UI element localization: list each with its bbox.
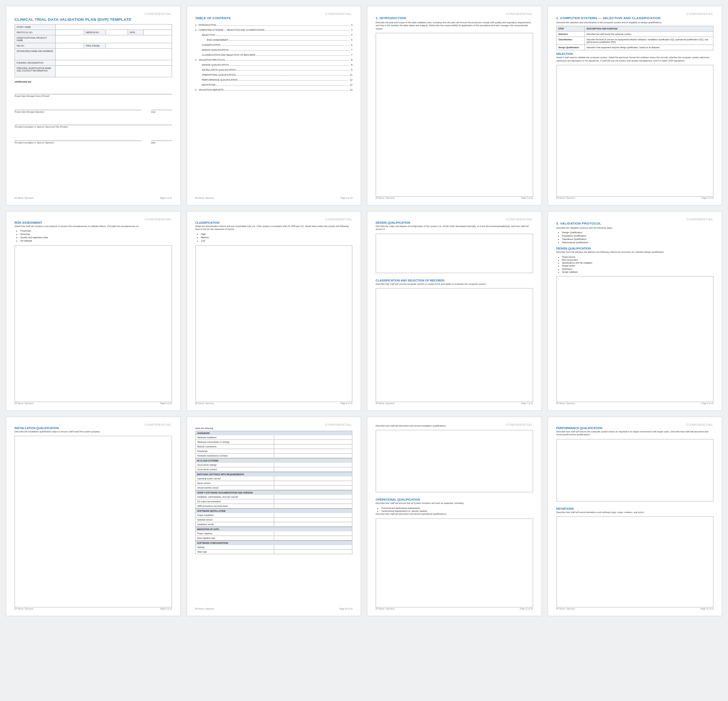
toc-entry: CLASSIFICATION AND SELECTION OF RECORDS7 bbox=[195, 54, 353, 56]
confidential-label: CONFIDENTIAL bbox=[686, 12, 713, 16]
verify-row: Virtual-machine version bbox=[195, 486, 353, 490]
verify-row: Hardware maintenance contracts bbox=[195, 454, 353, 458]
text-input-box[interactable] bbox=[556, 65, 714, 197]
verify-row: Proper migration bbox=[195, 531, 353, 536]
steps-table: STEPDESCRIPTION AND PURPOSESelectionDesc… bbox=[556, 26, 714, 50]
page-footer: [PI Name / Sponsor]Page 12 of 13 bbox=[556, 607, 714, 610]
confidential-label: CONFIDENTIAL bbox=[325, 217, 352, 221]
confidential-label: CONFIDENTIAL bbox=[686, 217, 713, 221]
text-input-box[interactable] bbox=[376, 518, 533, 607]
page-footer: [PI Name / Sponsor]Page 3 of 13 bbox=[376, 197, 533, 199]
verify-row: Peripherals bbox=[195, 449, 353, 454]
verify-group-header: MATCHING SETTINGS WITH REQUIREMENTS bbox=[195, 472, 353, 476]
verify-row: Operating system version bbox=[195, 476, 353, 481]
confidential-label: CONFIDENTIAL bbox=[145, 217, 172, 221]
page-8: CONFIDENTIAL3. VALIDATION PROTOCOLDescri… bbox=[548, 211, 723, 411]
validation-protocol-heading: 3. VALIDATION PROTOCOL bbox=[556, 222, 714, 225]
study-info-table: STUDY NAMEPROTOCOL NO.VERSION NO.DATEINV… bbox=[15, 24, 172, 77]
confidential-label: CONFIDENTIAL bbox=[145, 423, 172, 427]
page-10: CONFIDENTIALVerify the following:HARDWAR… bbox=[187, 417, 362, 616]
page-footer: [PI Name / Sponsor]Page 10 of 13 bbox=[195, 607, 353, 610]
verify-row: Cloud server contract bbox=[195, 467, 353, 472]
page-footer: [PI Name / Sponsor]Page 8 of 13 bbox=[556, 402, 714, 405]
text-input-box[interactable] bbox=[376, 33, 533, 197]
toc-entry: 3.VALIDATION PROTOCOL8 bbox=[195, 59, 353, 61]
doc-title: CLINICAL TRIAL DATA VALIDATION PLAN (DVP… bbox=[15, 17, 172, 22]
toc-entry: DEVIATIONS12 bbox=[195, 84, 353, 86]
toc-entry: INSTALLATION QUALIFICATION9 bbox=[195, 69, 353, 71]
page-footer: [PI Name / Sponsor]Page 1 of 13 bbox=[15, 197, 172, 199]
toc-entry: RISK ASSESSMENT5 bbox=[195, 39, 353, 41]
toc-entry: PERFORMANCE QUALIFICATION12 bbox=[195, 79, 353, 81]
verify-group-header: SOFTWARE INSTALLATION bbox=[195, 508, 353, 513]
text-input-box[interactable] bbox=[15, 436, 172, 607]
verify-row: Data migration logs bbox=[195, 536, 353, 541]
toc-entry: SELECTION4 bbox=[195, 34, 353, 36]
page-footer: [PI Name / Sponsor]Page 5 of 13 bbox=[15, 402, 172, 405]
installation-qualification-heading: INSTALLATION QUALIFICATION bbox=[15, 427, 172, 429]
section-computer-systems: 2. COMPUTER SYSTEMS — SELECTION AND CLAS… bbox=[556, 16, 714, 20]
page-footer: [PI Name / Sponsor]Page 2 of 13 bbox=[195, 197, 353, 199]
verify-group-header: MIGRATION OF DATA bbox=[195, 527, 353, 531]
confidential-label: CONFIDENTIAL bbox=[506, 12, 533, 16]
verify-group-header: VERIFY SOFTWARE DOCUMENTATION AND VERSIO… bbox=[195, 490, 353, 495]
approved-by-label: APPROVED BY: bbox=[15, 81, 172, 83]
confidential-label: CONFIDENTIAL bbox=[506, 423, 533, 427]
confidential-label: CONFIDENTIAL bbox=[506, 217, 533, 221]
verify-row: Cloud server settings bbox=[195, 463, 353, 467]
text-input-box[interactable] bbox=[376, 288, 533, 402]
text-input-box[interactable] bbox=[556, 276, 714, 402]
toc-entry: OPERATIONAL QUALIFICATION11 bbox=[195, 74, 353, 76]
design-qualification-heading: DESIGN QUALIFICATION bbox=[376, 221, 533, 224]
toc-entry: 4.VALIDATION REPORTS13 bbox=[195, 89, 353, 91]
page-4: CONFIDENTIAL2. COMPUTER SYSTEMS — SELECT… bbox=[548, 6, 723, 205]
text-input-box[interactable] bbox=[376, 430, 533, 492]
operational-qualification-heading: OPERATIONAL QUALIFICATION bbox=[376, 498, 533, 501]
verify-group-header: HARDWARE bbox=[195, 431, 353, 435]
design-qualification-heading: DESIGN QUALIFICATION bbox=[556, 247, 714, 250]
page-7: CONFIDENTIALDESIGN QUALIFICATIONDescribe… bbox=[367, 211, 542, 411]
confidential-label: CONFIDENTIAL bbox=[325, 423, 352, 427]
section-introduction: 1. INTRODUCTION bbox=[376, 16, 533, 20]
page-5: CONFIDENTIALRISK ASSESSMENTDetail how st… bbox=[6, 211, 181, 411]
classification-records-heading: CLASSIFICATION AND SELECTION OF RECORDS bbox=[376, 279, 533, 282]
classification-heading: CLASSIFICATION bbox=[195, 221, 353, 224]
page-footer: [PI Name / Sponsor]Page 4 of 13 bbox=[556, 197, 714, 199]
verify-group-header: SOFTWARE CONFIGURATION bbox=[195, 541, 353, 545]
text-input-box[interactable] bbox=[195, 245, 353, 402]
toc-entry: 2.COMPUTER SYSTEMS — SELECTION AND CLASS… bbox=[195, 29, 353, 31]
selection-heading: SELECTION bbox=[556, 52, 714, 55]
toc-entry: 1.INTRODUCTION3 bbox=[195, 24, 353, 26]
deviations-heading: DEVIATIONS bbox=[556, 507, 714, 510]
verify-row: Software version bbox=[195, 518, 353, 522]
text-input-box[interactable] bbox=[556, 516, 714, 607]
text-input-box[interactable] bbox=[376, 234, 533, 273]
toc-entry: CLASSIFICATION6 bbox=[195, 44, 353, 46]
text-input-box[interactable] bbox=[15, 245, 172, 402]
verify-row: QMS procedures and instructions bbox=[195, 504, 353, 508]
page-footer: [PI Name / Sponsor]Page 6 of 13 bbox=[195, 402, 353, 405]
risk-assessment-heading: RISK ASSESSMENT bbox=[15, 221, 172, 224]
verify-row: Server version bbox=[195, 481, 353, 486]
text-input-box[interactable] bbox=[556, 439, 714, 501]
verify-row: Settings bbox=[195, 545, 353, 550]
page-2: CONFIDENTIALTABLE OF CONTENTS1.INTRODUCT… bbox=[187, 6, 362, 205]
page-footer: [PI Name / Sponsor]Page 11 of 13 bbox=[376, 607, 533, 610]
page-3: CONFIDENTIAL1. INTRODUCTIONDescribe the … bbox=[367, 6, 542, 205]
verify-row: DQ output documentation bbox=[195, 499, 353, 504]
verify-group-header: IN CLOUD SYSTEMS bbox=[195, 458, 353, 463]
page-6: CONFIDENTIALCLASSIFICATIONDetail the cla… bbox=[187, 211, 362, 411]
page-9: CONFIDENTIALINSTALLATION QUALIFICATIONDe… bbox=[6, 417, 181, 616]
toc-title: TABLE OF CONTENTS bbox=[195, 16, 353, 20]
page-12: CONFIDENTIALPERFORMANCE QUALIFICATIONDes… bbox=[548, 417, 723, 616]
confidential-label: CONFIDENTIAL bbox=[145, 12, 172, 16]
verify-row: Steps logs bbox=[195, 550, 353, 554]
page-1: CONFIDENTIALCLINICAL TRIAL DATA VALIDATI… bbox=[6, 6, 181, 205]
confidential-label: CONFIDENTIAL bbox=[686, 423, 713, 427]
confidential-label: CONFIDENTIAL bbox=[325, 12, 352, 16]
verify-row: Hardware installation bbox=[195, 435, 353, 440]
page-11: CONFIDENTIALDescribe how staff will docu… bbox=[367, 417, 542, 616]
verify-row: Installation, administration, and user m… bbox=[195, 495, 353, 499]
verify-row: Installation results bbox=[195, 522, 353, 527]
verify-row: Network connections bbox=[195, 444, 353, 449]
